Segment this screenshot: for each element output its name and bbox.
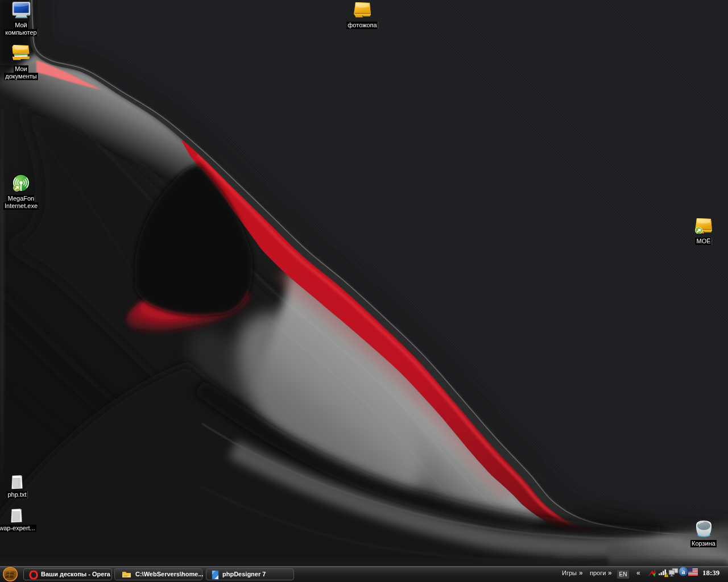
svg-text:a: a [682, 568, 685, 576]
